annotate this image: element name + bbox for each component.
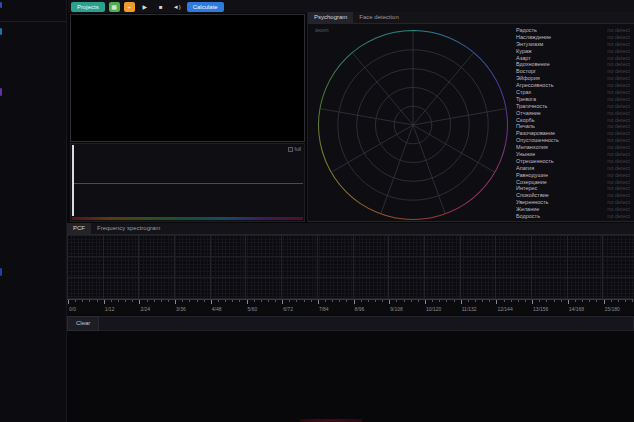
emotion-row[interactable]: Апатия no detect [506,165,634,172]
axis-tick [304,300,305,302]
emotion-row[interactable]: Желание no detect [506,206,634,213]
emotion-value: no detect [607,48,630,55]
sidebar [0,0,67,422]
emotion-value: no detect [607,82,630,89]
axis-tick [175,300,176,304]
radar-gridlines [318,30,508,220]
emotion-row[interactable]: Отчаяние no detect [506,110,634,117]
emotion-label: Уверенность [516,199,549,206]
axis-tick [354,300,355,304]
emotion-row[interactable]: Радость no detect [506,27,634,34]
checkbox-icon[interactable] [288,147,293,152]
emotion-row[interactable]: Равнодушие no detect [506,172,634,179]
emotion-row[interactable]: Кураж no detect [506,48,634,55]
emotion-label: Интерес [516,185,537,192]
axis-tick [404,300,405,302]
video-preview [70,14,305,142]
spectrogram-plot[interactable] [67,235,634,299]
axis-tick [411,300,412,302]
axis-tick [139,300,140,304]
playhead[interactable] [72,145,74,216]
emotion-row[interactable]: Наслаждение no detect [506,34,634,41]
axis-tick-label: 11/132 [462,306,477,312]
emotion-value: no detect [607,103,630,110]
emotion-row[interactable]: Созерцание no detect [506,179,634,186]
axis-tick [461,300,462,304]
emotion-row[interactable]: Меланхолия no detect [506,144,634,151]
emotion-row[interactable]: Агрессивность no detect [506,82,634,89]
emotion-value: no detect [607,75,630,82]
emotion-value: no detect [607,165,630,172]
full-checkbox[interactable]: full [288,146,301,152]
stop-icon[interactable]: ■ [155,2,167,12]
emotion-label: Энтузиазм [516,41,543,48]
emotion-row[interactable]: Азарт no detect [506,55,634,62]
emotion-label: Спокойствие [516,192,549,199]
axis-tick-label: 1/12 [105,306,115,312]
axis-tick [189,300,190,302]
axis-tick [546,300,547,302]
axis-tick [454,300,455,302]
emotion-row[interactable]: Страх no detect [506,89,634,96]
emotion-value: no detect [607,27,630,34]
axis-tick [75,300,76,302]
axis-tick [218,300,219,302]
axis-tick [104,300,105,304]
axis-tick [475,300,476,302]
edge-mark-indigo [0,268,2,276]
plus-icon[interactable]: + [124,2,135,12]
emotion-row[interactable]: Отрешенность no detect [506,158,634,165]
psychogram-panel: Psychogram Face detection decent Радость… [307,12,634,222]
spectrogram-tabbar: PCF Frequency spectrogram [67,223,634,235]
axis-tick [561,300,562,302]
emotion-label: Желание [516,206,539,213]
sidebar-header [0,0,66,22]
emotion-label: Печаль [516,123,535,130]
axis-tick [225,300,226,302]
emotion-row[interactable]: Спокойствие no detect [506,192,634,199]
axis-tick [111,300,112,302]
emotion-row[interactable]: Опустошенность no detect [506,137,634,144]
tab-psychogram[interactable]: Psychogram [308,12,353,23]
emotion-value: no detect [607,137,630,144]
volume-icon[interactable]: ◄) [171,2,183,12]
emotion-row[interactable]: Бодрость no detect [506,213,634,220]
axis-tick [361,300,362,302]
edge-mark-blue [0,2,2,8]
time-axis-ruler[interactable]: 0/01/122/243/364/485/606/727/848/969/108… [67,299,634,314]
axis-tick [147,300,148,302]
emotion-row[interactable]: Интерес no detect [506,185,634,192]
waveform-panel[interactable]: full [70,143,305,222]
edge-mark-teal [0,28,2,35]
axis-tick [575,300,576,302]
tab-pcf[interactable]: PCF [67,223,91,234]
projects-button[interactable]: Projects [71,2,105,12]
emotion-row[interactable]: Трагичность no detect [506,103,634,110]
axis-tick [432,300,433,302]
emotion-row[interactable]: Энтузиазм no detect [506,41,634,48]
grid-icon[interactable]: ▦ [109,2,120,12]
tab-face-detection[interactable]: Face detection [353,12,404,23]
tab-frequency-spectrogram[interactable]: Frequency spectrogram [91,223,166,234]
emotion-row[interactable]: Уныние no detect [506,151,634,158]
calculate-button[interactable]: Calculate [187,2,224,12]
emotion-value: no detect [607,34,630,41]
emotion-row[interactable]: Эйфория no detect [506,75,634,82]
emotion-row[interactable]: Печаль no detect [506,123,634,130]
emotion-row[interactable]: Вдохновение no detect [506,61,634,68]
axis-tick [289,300,290,302]
emotion-row[interactable]: Разочарование no detect [506,130,634,137]
emotion-value: no detect [607,179,630,186]
emotion-row[interactable]: Уверенность no detect [506,199,634,206]
play-icon[interactable]: ▶ [139,2,151,12]
axis-tick [182,300,183,302]
emotion-value: no detect [607,96,630,103]
emotion-row[interactable]: Скорбь no detect [506,117,634,124]
emotion-row[interactable]: Тревога no detect [506,96,634,103]
axis-tick-label: 2/24 [140,306,150,312]
clear-button[interactable]: Clear [67,316,99,331]
emotion-value: no detect [607,213,630,220]
emotion-value: no detect [607,144,630,151]
emotion-label: Радость [516,27,537,34]
emotion-row[interactable]: Восторг no detect [506,68,634,75]
